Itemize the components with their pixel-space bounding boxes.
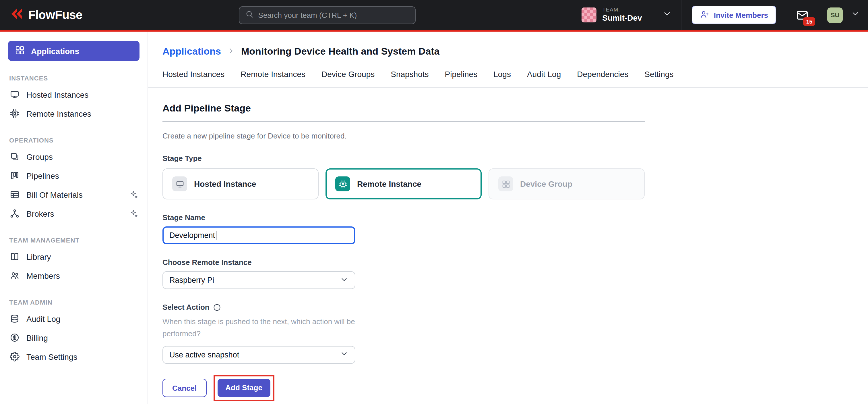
stage-type-label: Device Group (520, 179, 572, 189)
tab-dependencies[interactable]: Dependencies (577, 69, 628, 79)
pipelines-icon (10, 171, 20, 180)
bill-of-materials-icon (10, 190, 20, 199)
applications-icon (15, 45, 25, 57)
main-content: Applications Monitoring Device Health an… (148, 32, 868, 404)
add-stage-button[interactable]: Add Stage (217, 378, 270, 397)
team-selector[interactable]: TEAM: Sumit-Dev (572, 0, 681, 30)
search-input[interactable]: Search your team (CTRL + K) (239, 6, 415, 24)
sidebar-item-groups[interactable]: Groups (0, 147, 148, 166)
user-avatar[interactable]: SU (827, 7, 843, 23)
stage-type-options: Hosted Instance Remote Instance (162, 168, 645, 199)
sidebar-item-label: Remote Instances (26, 109, 91, 118)
device-group-icon (498, 176, 513, 191)
sidebar-item-label: Bill Of Materials (26, 190, 83, 199)
tab-pipelines[interactable]: Pipelines (445, 69, 477, 79)
tab-device-groups[interactable]: Device Groups (321, 69, 375, 79)
info-icon[interactable] (213, 303, 221, 311)
sidebar-item-remote-instances[interactable]: Remote Instances (0, 104, 148, 123)
stage-name-label: Stage Name (162, 213, 645, 222)
choose-remote-instance-label: Choose Remote Instance (162, 258, 645, 267)
flowfuse-logo-icon (9, 7, 23, 23)
app-shell: Applications INSTANCES Hosted Instances … (0, 32, 868, 404)
sidebar-section-operations: OPERATIONS (9, 137, 138, 144)
invite-members-button[interactable]: Invite Members (692, 6, 776, 24)
team-meta: TEAM: Sumit-Dev (602, 7, 642, 23)
tab-hosted-instances[interactable]: Hosted Instances (162, 69, 224, 79)
sidebar-item-label: Library (26, 252, 51, 261)
sidebar-section-instances: INSTANCES (9, 75, 138, 82)
search-placeholder: Search your team (CTRL + K) (258, 11, 357, 19)
stage-type-label: Remote Instance (357, 179, 422, 189)
remote-instances-icon (10, 109, 20, 118)
tab-remote-instances[interactable]: Remote Instances (241, 69, 305, 79)
stage-name-input[interactable]: Development (162, 226, 355, 244)
tab-bar: Hosted Instances Remote Instances Device… (148, 57, 868, 88)
team-avatar (582, 7, 596, 22)
remote-instance-chip-icon (335, 176, 350, 191)
breadcrumb: Applications Monitoring Device Health an… (148, 32, 868, 57)
sidebar-item-audit-log[interactable]: Audit Log (0, 309, 148, 328)
user-menu-chevron-down-icon[interactable] (851, 9, 860, 21)
stage-type-hosted-instance[interactable]: Hosted Instance (162, 168, 319, 199)
sidebar-section-team-admin: TEAM ADMIN (9, 299, 138, 306)
annotation-highlight-box: Add Stage (213, 375, 274, 401)
sidebar-item-hosted-instances[interactable]: Hosted Instances (0, 85, 148, 104)
sidebar-item-label: Brokers (26, 209, 54, 218)
user-avatar-initials: SU (831, 11, 840, 19)
brokers-icon (10, 209, 20, 219)
cancel-button[interactable]: Cancel (162, 379, 206, 397)
sidebar-item-label: Pipelines (26, 171, 59, 180)
select-action-help-text: When this stage is pushed to the next, w… (162, 316, 365, 340)
sidebar-section-team-management: TEAM MANAGEMENT (9, 237, 138, 244)
sidebar-item-label: Billing (26, 333, 48, 342)
sidebar-item-billing[interactable]: Billing (0, 328, 148, 347)
sidebar-item-team-settings[interactable]: Team Settings (0, 347, 148, 366)
team-name: Sumit-Dev (602, 13, 642, 23)
hosted-instance-icon (172, 176, 187, 191)
hosted-instances-icon (10, 90, 20, 99)
remote-instance-select[interactable]: Raspberry Pi (162, 271, 355, 289)
sidebar-item-bill-of-materials[interactable]: Bill Of Materials (0, 185, 148, 204)
form-buttons: Cancel Add Stage (162, 375, 645, 401)
notification-count-badge: 15 (803, 17, 815, 26)
sidebar-item-library[interactable]: Library (0, 247, 148, 266)
text-cursor (216, 231, 216, 240)
sidebar-item-members[interactable]: Members (0, 266, 148, 285)
navbar-right-cluster: TEAM: Sumit-Dev Invite Members 15 (572, 0, 860, 30)
sidebar-item-label: Hosted Instances (26, 90, 88, 99)
stage-type-remote-instance[interactable]: Remote Instance (326, 168, 482, 199)
sidebar-item-label: Team Settings (26, 352, 77, 361)
stage-type-label: Stage Type (162, 154, 645, 163)
sidebar-item-pipelines[interactable]: Pipelines (0, 166, 148, 185)
select-action-label: Select Action (162, 303, 645, 312)
action-select[interactable]: Use active snapshot (162, 346, 355, 364)
page-title: Monitoring Device Health and System Data (241, 46, 440, 57)
add-pipeline-stage-form: Add Pipeline Stage Create a new pipeline… (148, 88, 868, 401)
search-icon (245, 10, 254, 20)
action-selected-value: Use active snapshot (169, 350, 239, 359)
billing-icon (10, 333, 20, 343)
tab-settings[interactable]: Settings (644, 69, 673, 79)
breadcrumb-chevron-right-icon (227, 46, 236, 57)
sidebar-item-label: Audit Log (26, 314, 60, 323)
audit-log-icon (10, 314, 20, 323)
tab-snapshots[interactable]: Snapshots (391, 69, 429, 79)
sidebar-item-label: Members (26, 271, 60, 280)
sidebar-item-applications[interactable]: Applications (8, 41, 140, 61)
select-action-label-text: Select Action (162, 303, 210, 312)
stage-name-value: Development (169, 231, 215, 240)
sparkles-icon (129, 190, 138, 199)
tab-logs[interactable]: Logs (493, 69, 511, 79)
flowfuse-logo[interactable]: FlowFuse (9, 7, 82, 23)
breadcrumb-applications-link[interactable]: Applications (162, 46, 221, 57)
form-title: Add Pipeline Stage (162, 103, 645, 121)
flowfuse-app: FlowFuse Search your team (CTRL + K) TEA… (0, 0, 868, 404)
team-label: TEAM: (602, 7, 642, 13)
tab-audit-log[interactable]: Audit Log (527, 69, 561, 79)
sidebar-item-brokers[interactable]: Brokers (0, 204, 148, 223)
sidebar: Applications INSTANCES Hosted Instances … (0, 32, 148, 404)
team-chevron-down-icon (663, 9, 672, 21)
sparkles-icon (129, 209, 138, 218)
notifications-button[interactable]: 15 (796, 8, 809, 22)
sidebar-item-label: Applications (31, 46, 79, 55)
